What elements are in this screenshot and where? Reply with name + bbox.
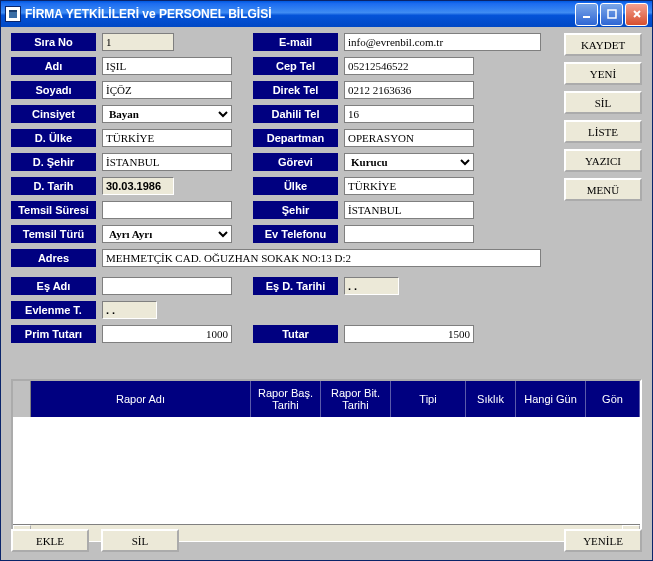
label-d-ulke: D. Ülke [11,129,96,147]
grid-col-rapor-adi[interactable]: Rapor Adı [31,381,251,417]
ev-telefonu-field[interactable] [344,225,474,243]
grid-col-tipi[interactable]: Tipi [391,381,466,417]
liste-button[interactable]: LİSTE [564,120,642,143]
label-dahili-tel: Dahili Tel [253,105,338,123]
d-ulke-field[interactable] [102,129,232,147]
label-es-adi: Eş Adı [11,277,96,295]
titlebar: FİRMA YETKİLİLERİ ve PERSONEL BİLGİSİ [1,1,652,27]
grid-header: Rapor Adı Rapor Baş. Tarihi Rapor Bit. T… [13,381,640,417]
minimize-button[interactable] [575,3,598,26]
label-temsil-suresi: Temsil Süresi [11,201,96,219]
label-adres: Adres [11,249,96,267]
label-evlenme-t: Evlenme T. [11,301,96,319]
close-button[interactable] [625,3,648,26]
soyadi-field[interactable] [102,81,232,99]
label-tutar: Tutar [253,325,338,343]
cep-tel-field[interactable] [344,57,474,75]
cinsiyet-select[interactable]: Bayan [102,105,232,123]
label-departman: Departman [253,129,338,147]
report-grid[interactable]: Rapor Adı Rapor Baş. Tarihi Rapor Bit. T… [11,379,642,542]
menu-button[interactable]: MENÜ [564,178,642,201]
label-email: E-mail [253,33,338,51]
yazici-button[interactable]: YAZICI [564,149,642,172]
sehir-field[interactable] [344,201,474,219]
grid-col-rapor-bas[interactable]: Rapor Baş. Tarihi [251,381,321,417]
grid-col-rapor-bit[interactable]: Rapor Bit. Tarihi [321,381,391,417]
departman-field[interactable] [344,129,474,147]
es-adi-field[interactable] [102,277,232,295]
grid-col-siklik[interactable]: Sıklık [466,381,516,417]
label-sira-no: Sıra No [11,33,96,51]
temsil-suresi-field[interactable] [102,201,232,219]
email-field[interactable] [344,33,541,51]
dahili-tel-field[interactable] [344,105,474,123]
tutar-field[interactable] [344,325,474,343]
gorevi-select[interactable]: Kurucu [344,153,474,171]
label-es-d-tarihi: Eş D. Tarihi [253,277,338,295]
grid-body[interactable] [13,417,640,524]
maximize-button[interactable] [600,3,623,26]
grid-row-selector-header [13,381,31,417]
sil2-button[interactable]: SİL [101,529,179,552]
d-tarih-field[interactable]: 30.03.1986 [102,177,174,195]
direk-tel-field[interactable] [344,81,474,99]
grid-col-gon[interactable]: Gön [586,381,640,417]
ekle-button[interactable]: EKLE [11,529,89,552]
label-d-sehir: D. Şehir [11,153,96,171]
yeni-button[interactable]: YENİ [564,62,642,85]
yenile-button[interactable]: YENİLE [564,529,642,552]
svg-rect-2 [583,16,590,18]
adres-field[interactable] [102,249,541,267]
evlenme-t-field[interactable]: . . [102,301,157,319]
grid-col-hangi-gun[interactable]: Hangi Gün [516,381,586,417]
label-soyadi: Soyadı [11,81,96,99]
sil-button[interactable]: SİL [564,91,642,114]
kaydet-button[interactable]: KAYDET [564,33,642,56]
label-ulke: Ülke [253,177,338,195]
label-gorevi: Görevi [253,153,338,171]
label-temsil-turu: Temsil Türü [11,225,96,243]
svg-rect-3 [608,10,616,18]
label-cinsiyet: Cinsiyet [11,105,96,123]
adi-field[interactable] [102,57,232,75]
label-ev-telefonu: Ev Telefonu [253,225,338,243]
ulke-field[interactable] [344,177,474,195]
label-d-tarih: D. Tarih [11,177,96,195]
label-sehir: Şehir [253,201,338,219]
app-icon [5,6,21,22]
d-sehir-field[interactable] [102,153,232,171]
svg-rect-1 [9,10,17,12]
label-direk-tel: Direk Tel [253,81,338,99]
window-title: FİRMA YETKİLİLERİ ve PERSONEL BİLGİSİ [25,7,575,21]
prim-tutari-field[interactable] [102,325,232,343]
sira-no-field[interactable] [102,33,174,51]
label-prim-tutari: Prim Tutarı [11,325,96,343]
es-d-tarihi-field[interactable]: . . [344,277,399,295]
temsil-turu-select[interactable]: Ayrı Ayrı [102,225,232,243]
label-adi: Adı [11,57,96,75]
label-cep-tel: Cep Tel [253,57,338,75]
